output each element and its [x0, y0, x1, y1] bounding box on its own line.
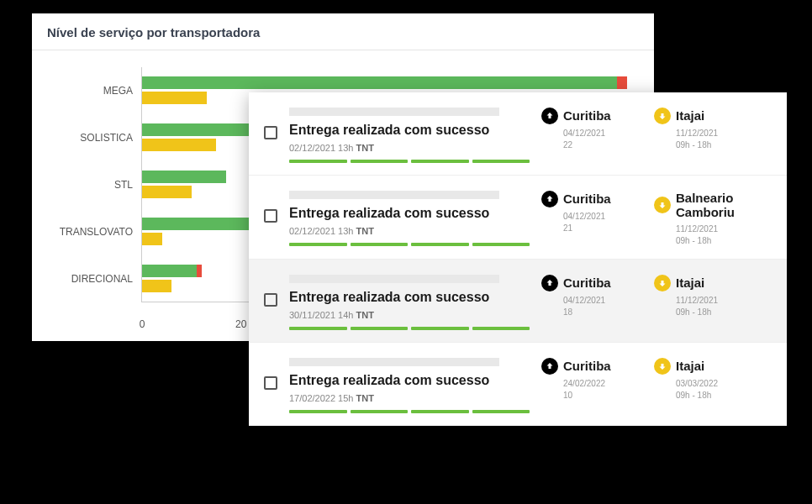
destination-date: 03/03/2022	[654, 378, 772, 390]
origin-column: Curitiba 04/12/2021 22	[541, 108, 642, 151]
destination-city: Itajai	[676, 359, 704, 373]
progress-bar	[289, 243, 530, 246]
bar-green	[142, 265, 197, 277]
x-tick-label: 0	[140, 318, 145, 330]
arrow-down-icon	[654, 197, 671, 213]
arrow-down-icon	[654, 358, 671, 375]
chart-title: Nível de serviço por transportadora	[32, 13, 654, 50]
destination-hours: 09h - 18h	[654, 235, 772, 247]
origin-column: Curitiba 24/02/2022 10	[541, 358, 642, 402]
arrow-up-icon	[541, 191, 558, 207]
delivery-info: Entrega realizada com sucesso 02/12/2021…	[289, 108, 530, 163]
origin-extra: 10	[541, 390, 642, 402]
delivery-status: Entrega realizada com sucesso	[289, 206, 530, 221]
delivery-status: Entrega realizada com sucesso	[289, 290, 530, 305]
origin-date: 04/12/2021	[541, 128, 642, 139]
delivery-status: Entrega realizada com sucesso	[289, 373, 530, 388]
arrow-up-icon	[541, 108, 558, 124]
origin-city: Curitiba	[563, 192, 611, 206]
destination-city: Balneario Camboriu	[676, 191, 772, 220]
arrow-down-icon	[654, 108, 671, 124]
progress-segment	[411, 410, 469, 413]
destination-hours: 09h - 18h	[654, 307, 772, 318]
origin-extra: 18	[541, 307, 642, 318]
arrow-up-icon	[541, 358, 558, 375]
delivery-info: Entrega realizada com sucesso 02/12/2021…	[289, 191, 530, 246]
progress-bar	[289, 327, 530, 330]
row-checkbox[interactable]	[264, 126, 277, 139]
y-tick-label: STL	[32, 179, 133, 191]
bar-yellow	[142, 92, 207, 104]
destination-city: Itajai	[676, 276, 704, 290]
destination-date: 11/12/2021	[654, 223, 772, 235]
arrow-up-icon	[541, 275, 558, 291]
delivery-info: Entrega realizada com sucesso 17/02/2022…	[289, 358, 530, 413]
delivery-row[interactable]: Entrega realizada com sucesso 02/12/2021…	[249, 92, 787, 176]
arrow-down-icon	[654, 275, 671, 291]
progress-segment	[411, 327, 469, 330]
y-tick-label: DIRECIONAL	[32, 273, 133, 285]
placeholder-bar	[289, 358, 499, 366]
delivery-list-card: Entrega realizada com sucesso 02/12/2021…	[249, 92, 787, 426]
row-checkbox[interactable]	[264, 293, 277, 307]
progress-segment	[472, 160, 530, 163]
progress-segment	[351, 243, 409, 246]
progress-segment	[289, 327, 347, 330]
progress-segment	[351, 327, 409, 330]
progress-segment	[472, 410, 530, 413]
origin-city: Curitiba	[563, 359, 611, 373]
origin-date: 04/12/2021	[541, 295, 642, 307]
delivery-meta: 02/12/2021 13h TNT	[289, 143, 530, 153]
delivery-row[interactable]: Entrega realizada com sucesso 17/02/2022…	[249, 343, 787, 426]
delivery-meta: 30/11/2021 14h TNT	[289, 310, 530, 320]
bar-red	[617, 76, 627, 89]
row-checkbox[interactable]	[264, 209, 277, 223]
y-axis-labels: MEGASOLISTICASTLTRANSLOVATODIRECIONAL	[32, 67, 141, 302]
delivery-status: Entrega realizada com sucesso	[289, 123, 530, 138]
placeholder-bar	[289, 191, 499, 199]
bar-green	[142, 76, 617, 89]
progress-segment	[472, 243, 530, 246]
delivery-meta: 17/02/2022 15h TNT	[289, 393, 530, 403]
progress-segment	[351, 160, 409, 163]
destination-column: Itajai 03/03/2022 09h - 18h	[654, 358, 772, 402]
progress-segment	[472, 327, 530, 330]
origin-column: Curitiba 04/12/2021 21	[541, 191, 642, 234]
y-tick-label: TRANSLOVATO	[32, 226, 133, 238]
progress-segment	[289, 410, 347, 413]
bar-green	[142, 171, 226, 183]
destination-hours: 09h - 18h	[654, 139, 772, 151]
destination-city: Itajai	[676, 108, 704, 123]
y-tick-label: MEGA	[32, 85, 133, 97]
x-tick-label: 20	[235, 318, 246, 330]
destination-column: Itajai 11/12/2021 09h - 18h	[654, 275, 772, 318]
bar-yellow	[142, 139, 216, 151]
progress-bar	[289, 410, 530, 413]
placeholder-bar	[289, 108, 499, 116]
destination-date: 11/12/2021	[654, 295, 772, 307]
progress-segment	[411, 243, 469, 246]
progress-segment	[289, 243, 347, 246]
bar-red	[197, 265, 202, 277]
origin-city: Curitiba	[563, 276, 611, 290]
origin-extra: 22	[541, 139, 642, 151]
bar-yellow	[142, 186, 192, 198]
destination-column: Balneario Camboriu 11/12/2021 09h - 18h	[654, 191, 772, 247]
placeholder-bar	[289, 275, 499, 283]
delivery-info: Entrega realizada com sucesso 30/11/2021…	[289, 275, 530, 330]
bar-yellow	[142, 233, 162, 245]
origin-extra: 21	[541, 223, 642, 234]
delivery-row[interactable]: Entrega realizada com sucesso 30/11/2021…	[249, 260, 787, 343]
origin-date: 24/02/2022	[541, 378, 642, 390]
origin-column: Curitiba 04/12/2021 18	[541, 275, 642, 318]
row-checkbox[interactable]	[264, 376, 277, 390]
progress-bar	[289, 160, 530, 163]
y-tick-label: SOLISTICA	[32, 132, 133, 144]
bar-yellow	[142, 280, 171, 292]
progress-segment	[411, 160, 469, 163]
delivery-row[interactable]: Entrega realizada com sucesso 02/12/2021…	[249, 176, 787, 260]
origin-date: 04/12/2021	[541, 211, 642, 223]
delivery-meta: 02/12/2021 13h TNT	[289, 226, 530, 236]
progress-segment	[351, 410, 409, 413]
destination-column: Itajai 11/12/2021 09h - 18h	[654, 108, 772, 151]
